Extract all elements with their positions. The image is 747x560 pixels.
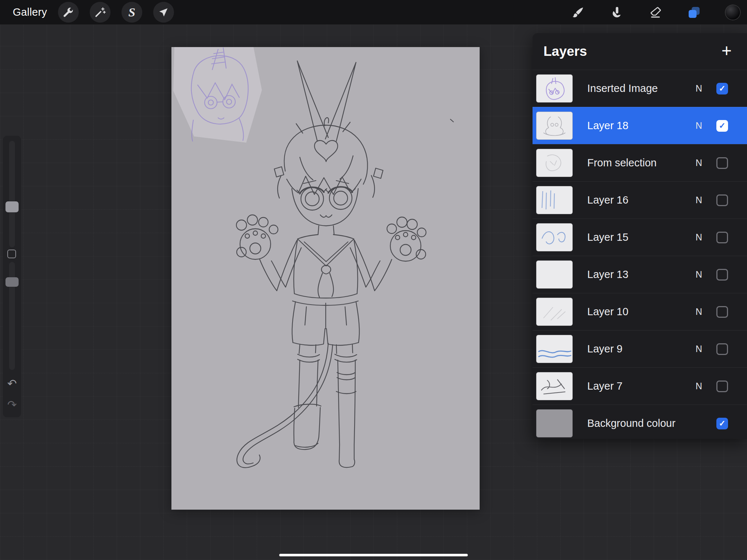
transform-button[interactable] <box>153 2 174 23</box>
artwork-lineart <box>171 47 480 510</box>
smudge-button[interactable] <box>609 5 624 20</box>
layer-thumbnail[interactable] <box>536 186 573 214</box>
blend-mode-badge[interactable]: N <box>692 344 706 354</box>
layer-visibility-checkbox[interactable] <box>716 269 728 281</box>
layer-name: Layer 16 <box>587 194 692 206</box>
layer-row[interactable]: Layer 16 N <box>533 181 747 219</box>
layer-visibility-checkbox[interactable] <box>716 120 728 132</box>
layers-button[interactable] <box>687 5 701 20</box>
transform-arrow-icon <box>158 7 169 18</box>
layers-panel: Layers + Inserted Image N <box>533 33 747 439</box>
blend-mode-badge[interactable]: N <box>692 306 706 317</box>
selection-button[interactable]: S <box>121 2 142 23</box>
blend-mode-badge[interactable]: N <box>692 83 706 94</box>
layer-visibility-checkbox[interactable] <box>716 418 728 429</box>
wrench-icon <box>62 7 74 18</box>
selection-s-icon: S <box>128 6 135 19</box>
layers-icon <box>687 5 701 20</box>
layer-row[interactable]: From selection N <box>533 144 747 181</box>
layer-name: From selection <box>587 157 692 169</box>
layer-row[interactable]: Layer 9 N <box>533 330 747 367</box>
paint-button[interactable] <box>571 5 585 20</box>
layer-row[interactable]: Layer 15 N <box>533 219 747 256</box>
layer-row[interactable]: Layer 7 N <box>533 367 747 405</box>
erase-button[interactable] <box>648 5 663 20</box>
procreate-workspace: Gallery S <box>0 0 747 560</box>
right-tool-group <box>571 5 740 20</box>
opacity-handle[interactable] <box>5 277 19 287</box>
layer-visibility-checkbox[interactable] <box>716 306 728 318</box>
layer-visibility-checkbox[interactable] <box>716 83 728 94</box>
add-layer-button[interactable]: + <box>721 42 732 59</box>
layer-row[interactable]: Inserted Image N <box>533 70 747 107</box>
blend-mode-badge[interactable]: N <box>692 269 706 280</box>
brush-size-slider[interactable] <box>9 141 15 247</box>
layer-visibility-checkbox[interactable] <box>716 194 728 206</box>
layer-thumbnail[interactable] <box>536 223 573 251</box>
layer-name: Layer 9 <box>587 343 692 355</box>
modify-button[interactable] <box>7 250 16 258</box>
layer-name: Layer 13 <box>587 269 692 281</box>
layer-list: Inserted Image N Layer 18 N <box>533 70 747 439</box>
layer-thumbnail[interactable] <box>536 372 573 400</box>
layer-name: Layer 18 <box>587 120 692 132</box>
layer-thumbnail[interactable] <box>536 149 573 177</box>
brush-size-handle[interactable] <box>5 201 19 212</box>
canvas[interactable] <box>171 47 480 510</box>
layer-thumbnail[interactable] <box>536 335 573 363</box>
blend-mode-badge[interactable]: N <box>692 120 706 131</box>
top-toolbar: Gallery S <box>0 0 747 24</box>
blend-mode-badge[interactable]: N <box>692 195 706 205</box>
layer-thumbnail[interactable] <box>536 112 573 140</box>
layer-thumbnail[interactable] <box>536 74 573 103</box>
undo-button[interactable]: ↶ <box>3 378 21 389</box>
layer-name: Background colour <box>587 417 692 429</box>
background-colour-thumbnail[interactable] <box>536 409 573 437</box>
color-button[interactable] <box>725 5 740 20</box>
layer-name: Layer 7 <box>587 380 692 392</box>
layer-thumbnail[interactable] <box>536 260 573 289</box>
magic-wand-icon <box>94 7 106 18</box>
layer-visibility-checkbox[interactable] <box>716 157 728 169</box>
actions-button[interactable] <box>58 2 79 23</box>
left-tool-group: S <box>58 2 174 23</box>
layer-name: Layer 15 <box>587 231 692 243</box>
blend-mode-badge[interactable]: N <box>692 232 706 243</box>
background-colour-row[interactable]: Background colour <box>533 405 747 439</box>
blend-mode-badge[interactable]: N <box>692 158 706 168</box>
eraser-icon <box>649 6 662 19</box>
blend-mode-badge[interactable]: N <box>692 381 706 391</box>
layer-row[interactable]: Layer 10 N <box>533 293 747 330</box>
home-indicator[interactable] <box>279 554 468 556</box>
layer-visibility-checkbox[interactable] <box>716 232 728 243</box>
adjustments-button[interactable] <box>90 2 111 23</box>
layer-name: Inserted Image <box>587 82 692 94</box>
layer-visibility-checkbox[interactable] <box>716 343 728 355</box>
layer-thumbnail[interactable] <box>536 298 573 326</box>
brush-icon <box>572 6 585 19</box>
smudge-icon <box>610 6 623 19</box>
side-toolbar: ↶ ↷ <box>3 136 21 417</box>
layer-row-selected[interactable]: Layer 18 N <box>533 107 747 144</box>
redo-button[interactable]: ↷ <box>3 399 21 410</box>
layer-row[interactable]: Layer 13 N <box>533 256 747 293</box>
layer-visibility-checkbox[interactable] <box>716 381 728 392</box>
layers-panel-header: Layers + <box>533 33 747 70</box>
gallery-button[interactable]: Gallery <box>13 6 47 18</box>
character-lineart <box>236 61 453 468</box>
layer-name: Layer 10 <box>587 306 692 318</box>
color-swatch <box>725 5 740 20</box>
layers-title: Layers <box>543 44 587 59</box>
corner-sketch <box>173 47 262 143</box>
